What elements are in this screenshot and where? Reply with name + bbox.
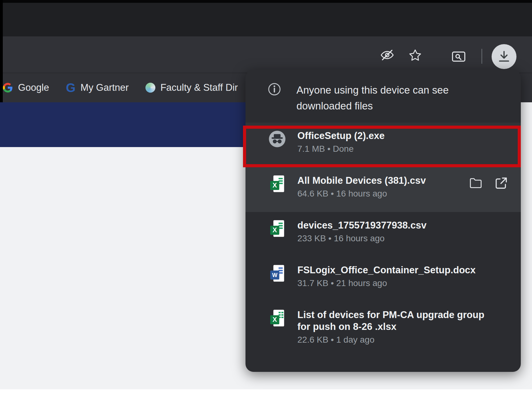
browser-window: Google G My Gartner Faculty & Staff Dir … [0,0,532,393]
downloads-info-text: Anyone using this device can see downloa… [296,82,477,114]
download-item-text: All Mobile Devices (381).csv 64.6 KB • 1… [297,175,426,199]
download-title: OfficeSetup (2).exe [297,130,385,142]
download-title: devices_1755719377938.csv [297,220,426,231]
download-item-officesetup[interactable]: OfficeSetup (2).exe 7.1 MB • Done [245,123,521,167]
tab-strip [0,0,532,36]
incognito-download-icon [268,130,286,148]
download-meta: 7.1 MB • Done [297,144,385,154]
downloads-panel: Anyone using this device can see downloa… [245,70,521,372]
page-scroll-gutter [521,102,532,147]
excel-xlsx-file-icon: X [268,309,286,327]
toolbar-divider [481,49,482,64]
download-item-text: OfficeSetup (2).exe 7.1 MB • Done [297,130,385,154]
downloads-info-row: Anyone using this device can see downloa… [245,70,521,123]
gartner-favicon: G [66,81,76,94]
window-left-edge [0,0,3,102]
download-title: List of devices for PM-CA upgrade group … [297,309,496,333]
download-item-text: devices_1755719377938.csv 233 KB • 16 ho… [297,220,426,244]
download-title: All Mobile Devices (381).csv [297,175,426,187]
download-title: FSLogix_Office_Container_Setup.docx [297,264,476,276]
download-item-text: FSLogix_Office_Container_Setup.docx 31.7… [297,264,476,289]
download-item-all-mobile-devices[interactable]: X All Mobile Devices (381).csv 64.6 KB •… [245,167,521,212]
download-icon [497,49,511,64]
bookmark-star-icon[interactable] [408,48,422,62]
excel-csv-file-icon: X [268,220,286,238]
download-item-devices-csv[interactable]: X devices_1755719377938.csv 233 KB • 16 … [245,212,521,257]
download-meta: 233 KB • 16 hours ago [297,233,426,244]
download-actions [469,176,508,190]
download-meta: 31.7 KB • 21 hours ago [297,278,476,289]
directory-favicon [145,83,155,93]
excel-csv-file-icon: X [268,175,286,193]
bookmark-faculty-staff-dir[interactable]: Faculty & Staff Dir [145,82,238,93]
info-icon [267,82,282,96]
open-in-new-icon[interactable] [494,176,508,190]
visibility-off-icon[interactable] [380,48,395,62]
downloads-button[interactable] [492,44,516,69]
download-item-pmca-xlsx[interactable]: X List of devices for PM-CA upgrade grou… [245,302,521,364]
svg-text:W: W [272,272,277,278]
window-top-edge [0,0,532,3]
bookmark-my-gartner[interactable]: G My Gartner [66,81,129,94]
page-bottom-strip [0,389,532,393]
word-file-icon: W [268,264,286,282]
bookmark-label: Google [18,82,49,93]
svg-text:X: X [273,182,277,189]
bookmark-label: My Gartner [80,82,129,93]
download-item-text: List of devices for PM-CA upgrade group … [297,309,496,345]
download-meta: 64.6 KB • 16 hours ago [297,188,426,199]
download-item-fslogix-docx[interactable]: W FSLogix_Office_Container_Setup.docx 31… [245,257,521,302]
download-meta: 22.6 KB • 1 day ago [297,335,496,345]
svg-text:X: X [273,316,277,323]
show-in-folder-icon[interactable] [469,176,483,190]
svg-text:X: X [273,226,277,233]
google-favicon [2,82,13,93]
tab-search-icon[interactable] [451,49,466,64]
bookmark-label: Faculty & Staff Dir [160,82,238,93]
bookmark-google[interactable]: Google [2,82,49,93]
